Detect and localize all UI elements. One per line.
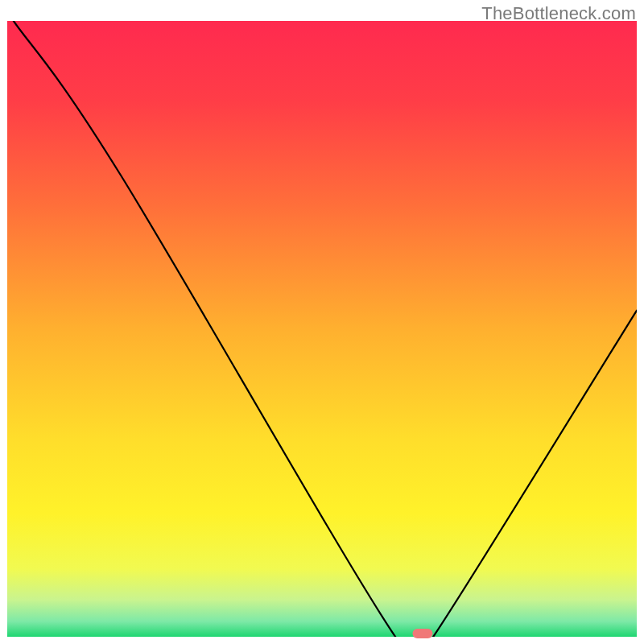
chart-container: TheBottleneck.com — [0, 0, 644, 644]
chart-svg — [7, 21, 637, 637]
plot-area — [7, 21, 637, 637]
gradient-background — [7, 21, 637, 637]
optimal-marker — [413, 629, 433, 638]
